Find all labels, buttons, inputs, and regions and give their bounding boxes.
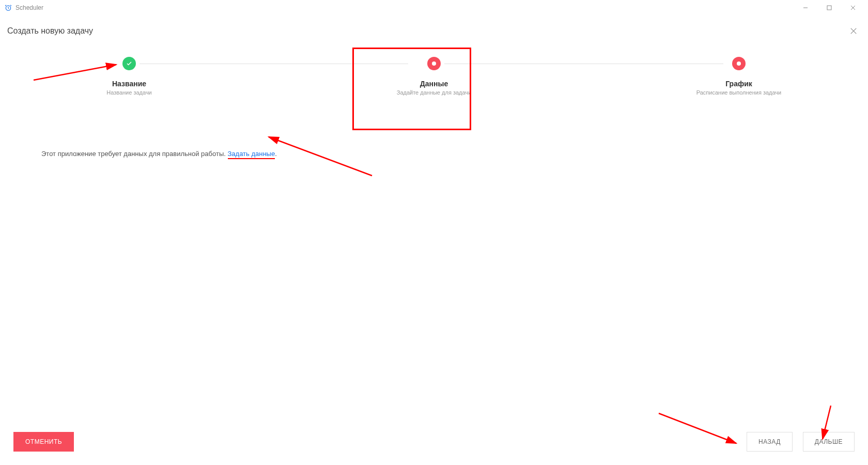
window-titlebar: Scheduler xyxy=(0,0,868,16)
cancel-button[interactable]: ОТМЕНИТЬ xyxy=(13,432,74,452)
close-dialog-icon[interactable] xyxy=(846,24,861,38)
step-subtitle: Название задачи xyxy=(106,89,152,96)
page-title: Создать новую задачу xyxy=(7,26,846,36)
step-subtitle: Задайте данные для задачи xyxy=(397,89,471,96)
app-clock-icon xyxy=(4,4,12,12)
page-header: Создать новую задачу xyxy=(0,16,868,47)
set-data-link[interactable]: Задать данные xyxy=(228,150,275,159)
step-title: График xyxy=(725,80,752,88)
next-button[interactable]: ДАЛЬШЕ xyxy=(803,432,855,452)
step-data[interactable]: Данные Задайте данные для задачи xyxy=(367,57,501,96)
wizard-stepper: Название Название задачи Данные Задайте … xyxy=(0,57,868,96)
app-name: Scheduler xyxy=(16,4,795,11)
step-name[interactable]: Название Название задачи xyxy=(62,57,196,96)
close-window-icon[interactable] xyxy=(842,1,864,15)
step-title: Название xyxy=(112,80,146,88)
step-pending-icon xyxy=(732,57,746,70)
minimize-icon[interactable] xyxy=(795,1,816,15)
maximize-icon[interactable] xyxy=(818,1,840,15)
check-icon xyxy=(122,57,136,70)
step-subtitle: Расписание выполнения задачи xyxy=(696,89,781,96)
step-schedule[interactable]: График Расписание выполнения задачи xyxy=(672,57,806,96)
data-required-message: Этот приложение требует данных для прави… xyxy=(0,150,868,158)
svg-rect-2 xyxy=(827,6,831,10)
message-text: Этот приложение требует данных для прави… xyxy=(41,150,228,158)
wizard-footer: ОТМЕНИТЬ НАЗАД ДАЛЬШЕ xyxy=(0,424,868,465)
step-title: Данные xyxy=(420,80,448,88)
back-button[interactable]: НАЗАД xyxy=(747,432,793,452)
message-suffix: . xyxy=(275,150,277,158)
step-current-icon xyxy=(427,57,441,70)
